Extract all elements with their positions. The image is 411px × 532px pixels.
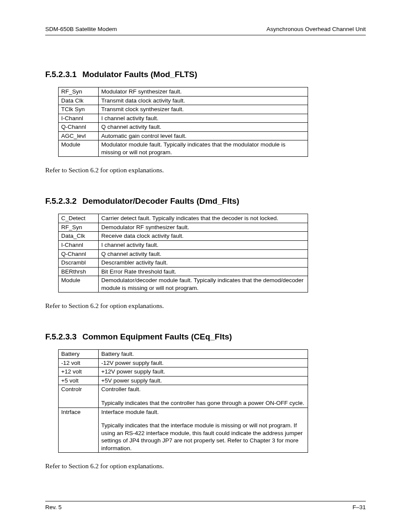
fault-key: AGC_levl (59, 131, 99, 140)
fault-desc: Controller fault. Typically indicates th… (99, 385, 308, 408)
refer-text: Refer to Section 6.2 for option explanat… (45, 302, 366, 310)
page-header: SDM-650B Satellite Modem Asynchronous Ov… (45, 26, 366, 32)
table-row: I-ChannlI channel activity fault. (59, 241, 308, 250)
section-number: F.5.2.3.1 (45, 70, 77, 79)
fault-desc: Modulator RF synthesizer fault. (99, 87, 308, 96)
table-row: RF_SynModulator RF synthesizer fault. (59, 87, 308, 96)
fault-key: Battery (59, 350, 99, 359)
fault-desc: Transmit clock synthesizer fault. (99, 105, 308, 114)
table-row: +5 volt+5V power supply fault. (59, 376, 308, 385)
table-row: C_DetectCarrier detect fault. Typically … (59, 214, 308, 223)
section-heading: F.5.2.3.3 Common Equipment Faults (CEq_F… (45, 332, 366, 342)
fault-desc: -12V power supply fault. (99, 358, 308, 367)
fault-key: RF_Syn (59, 223, 99, 232)
footer-right: F–31 (352, 504, 366, 510)
fault-key: Q-Channl (59, 123, 99, 132)
section-title: Demodulator/Decoder Faults (Dmd_Flts) (82, 196, 239, 205)
fault-desc: I channel activity fault. (99, 114, 308, 123)
table-row: Data ClkTransmit data clock activity fau… (59, 96, 308, 105)
fault-desc-para: Typically indicates that the interface m… (101, 422, 305, 452)
fault-desc: I channel activity fault. (99, 241, 308, 250)
table-row: DscramblDescrambler activity fault. (59, 258, 308, 268)
fault-key: -12 volt (59, 358, 99, 367)
fault-key: Module (59, 276, 99, 292)
fault-key: Data Clk (59, 96, 99, 105)
fault-desc-para: Typically indicates that the controller … (101, 399, 305, 407)
fault-table: C_DetectCarrier detect fault. Typically … (58, 214, 308, 292)
fault-desc: Carrier detect fault. Typically indicate… (99, 214, 308, 223)
section-number: F.5.2.3.2 (45, 196, 77, 206)
table-row: Q-ChannlQ channel activity fault. (59, 123, 308, 132)
fault-desc-para: Interface module fault. (101, 408, 305, 416)
fault-desc: Demodulator/decoder module fault. Typica… (99, 276, 308, 292)
section-heading: F.5.2.3.2 Demodulator/Decoder Faults (Dm… (45, 196, 366, 206)
section-title: Modulator Faults (Mod_FLTS) (82, 70, 197, 79)
table-row: RF_SynDemodulator RF synthesizer fault. (59, 223, 308, 232)
fault-key: Intrface (59, 408, 99, 453)
fault-key: RF_Syn (59, 87, 99, 96)
table-row: AGC_levlAutomatic gain control level fau… (59, 131, 308, 140)
fault-table: BatteryBattery fault. -12 volt-12V power… (58, 349, 308, 453)
table-row: TClk SynTransmit clock synthesizer fault… (59, 105, 308, 114)
fault-desc: Modulator module fault. Typically indica… (99, 140, 308, 157)
table-row: +12 volt+12V power supply fault. (59, 367, 308, 376)
fault-key: I-Channl (59, 114, 99, 123)
fault-desc: +12V power supply fault. (99, 367, 308, 376)
fault-desc: Bit Error Rate threshold fault. (99, 267, 308, 276)
fault-desc: Demodulator RF synthesizer fault. (99, 223, 308, 232)
header-right: Asynchronous Overhead Channel Unit (267, 26, 366, 32)
table-row: I-ChannlI channel activity fault. (59, 114, 308, 123)
fault-desc: Receive data clock activity fault. (99, 232, 308, 241)
fault-key: Module (59, 140, 99, 157)
fault-key: C_Detect (59, 214, 99, 223)
refer-text: Refer to Section 6.2 for option explanat… (45, 166, 366, 174)
footer-rule (45, 501, 366, 501)
fault-key: TClk Syn (59, 105, 99, 114)
fault-key: Controlr (59, 385, 99, 408)
header-left: SDM-650B Satellite Modem (45, 26, 117, 32)
table-row: ModuleDemodulator/decoder module fault. … (59, 276, 308, 292)
fault-key: I-Channl (59, 241, 99, 250)
fault-key: BERthrsh (59, 267, 99, 276)
table-row: Controlr Controller fault. Typically ind… (59, 385, 308, 408)
fault-desc: Automatic gain control level fault. (99, 131, 308, 140)
table-row: ModuleModulator module fault. Typically … (59, 140, 308, 157)
page: SDM-650B Satellite Modem Asynchronous Ov… (0, 0, 411, 532)
section-title: Common Equipment Faults (CEq_Flts) (82, 332, 232, 341)
fault-desc: Q channel activity fault. (99, 123, 308, 132)
fault-desc-para: Controller fault. (101, 386, 305, 393)
table-row: BERthrshBit Error Rate threshold fault. (59, 267, 308, 276)
table-row: -12 volt-12V power supply fault. (59, 358, 308, 367)
fault-desc: Transmit data clock activity fault. (99, 96, 308, 105)
fault-key: Data_Clk (59, 232, 99, 241)
fault-desc: Interface module fault. Typically indica… (99, 408, 308, 453)
fault-key: +5 volt (59, 376, 99, 385)
table-row: Data_ClkReceive data clock activity faul… (59, 232, 308, 241)
page-footer: Rev. 5 F–31 (45, 501, 366, 510)
section-heading: F.5.2.3.1 Modulator Faults (Mod_FLTS) (45, 70, 366, 79)
fault-key: +12 volt (59, 367, 99, 376)
refer-text: Refer to Section 6.2 for option explanat… (45, 462, 366, 470)
section-number: F.5.2.3.3 (45, 332, 77, 342)
fault-desc: +5V power supply fault. (99, 376, 308, 385)
footer-left: Rev. 5 (45, 504, 62, 510)
fault-desc: Battery fault. (99, 350, 308, 359)
fault-key: Q-Channl (59, 249, 99, 258)
fault-desc: Q channel activity fault. (99, 249, 308, 258)
fault-desc: Descrambler activity fault. (99, 258, 308, 268)
table-row: Intrface Interface module fault. Typical… (59, 408, 308, 453)
header-rule (45, 35, 366, 35)
fault-table: RF_SynModulator RF synthesizer fault. Da… (58, 87, 308, 157)
fault-key: Dscrambl (59, 258, 99, 268)
table-row: BatteryBattery fault. (59, 350, 308, 359)
table-row: Q-ChannlQ channel activity fault. (59, 249, 308, 258)
